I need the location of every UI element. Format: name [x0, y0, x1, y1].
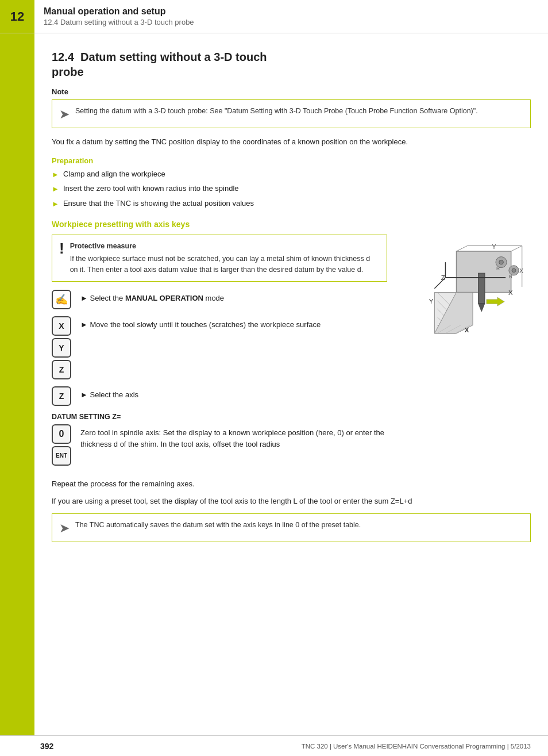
arrow-right-icon: ➤ — [59, 107, 70, 122]
warning-text: Protective measure If the workpiece surf… — [70, 241, 380, 275]
prep-item-2: ► Insert the zero tool with known radius… — [52, 183, 531, 195]
svg-text:R: R — [496, 266, 500, 272]
svg-text:Y: Y — [492, 244, 496, 251]
footer-right-text: TNC 320 | User's Manual HEIDENHAIN Conve… — [302, 743, 531, 750]
repeat-text: Repeat the process for the remaining axe… — [52, 478, 531, 490]
instruction-row-3: Z ► Select the axis — [52, 386, 387, 406]
svg-text:X: X — [519, 268, 523, 274]
section-title-text: Datum setting without a 3-D touchprobe — [52, 51, 267, 78]
datum-label: DATUM SETTING Z= — [52, 413, 387, 421]
svg-marker-11 — [487, 297, 504, 306]
instruction-row-2: X Y Z ► Move the tool slowly until it to… — [52, 316, 387, 379]
icon-col-datum: 0 ENT — [52, 424, 74, 466]
select-axis-text: Select the axis — [90, 390, 138, 399]
warning-title: Protective measure — [70, 241, 380, 252]
ent-btn: ENT — [52, 446, 71, 466]
final-info-text: The TNC automatically saves the datum se… — [75, 520, 361, 531]
header-main-title: Manual operation and setup — [44, 6, 194, 17]
svg-text:R: R — [509, 274, 512, 279]
bullet-arrow-2: ► — [52, 183, 59, 195]
page-layout: 12.4 Datum setting without a 3-D touchpr… — [0, 33, 548, 735]
page-footer: 392 TNC 320 | User's Manual HEIDENHAIN C… — [0, 735, 548, 756]
note-info-box: ➤ Setting the datum with a 3-D touch pro… — [52, 99, 531, 128]
datum-instruction-text: Zero tool in spindle axis: Set the displ… — [80, 424, 387, 450]
hand-btn-icon: ✍ — [52, 290, 71, 309]
header-text: Manual operation and setup 12.4 Datum se… — [34, 0, 203, 33]
prep-item-text-1: Clamp and align the workpiece — [63, 168, 165, 180]
final-info-box: ➤ The TNC automatically saves the datum … — [52, 513, 531, 542]
preparation-label: Preparation — [52, 156, 531, 165]
zero-btn: 0 — [52, 424, 71, 444]
body-text: You fix a datum by setting the TNC posit… — [52, 136, 531, 148]
axis-y-btn: Y — [52, 338, 71, 358]
instruction-text-1: ► Select the MANUAL OPERATION mode — [80, 290, 224, 304]
warning-exclamation-icon: ! — [59, 241, 64, 256]
prep-item-text-3: Ensure that the TNC is showing the actua… — [63, 198, 254, 209]
page-number: 392 — [40, 742, 53, 751]
svg-line-2 — [511, 246, 522, 252]
preparation-list: ► Clamp and align the workpiece ► Insert… — [52, 168, 531, 210]
technical-diagram: Z Y X Y X R R — [399, 240, 525, 355]
prep-item-text-2: Insert the zero tool with known radius i… — [63, 183, 239, 194]
header-sub-title: 12.4 Datum setting without a 3-D touch p… — [44, 18, 194, 26]
chapter-number: 12 — [0, 0, 34, 33]
icon-col-z2: Z — [52, 386, 74, 406]
two-col-layout: ! Protective measure If the workpiece su… — [52, 235, 531, 472]
svg-text:X: X — [508, 290, 513, 297]
col-left: ! Protective measure If the workpiece su… — [52, 235, 387, 472]
prep-item-3: ► Ensure that the TNC is showing the act… — [52, 198, 531, 210]
svg-text:X: X — [465, 327, 469, 333]
left-accent-bar — [0, 33, 34, 735]
svg-point-6 — [499, 260, 504, 265]
main-content: 12.4 Datum setting without a 3-D touchpr… — [34, 33, 548, 735]
axis-x-btn: X — [52, 316, 71, 336]
final-arrow-icon: ➤ — [59, 521, 70, 536]
axis-z2-btn: Z — [52, 386, 71, 406]
bullet-arrow-1: ► — [52, 169, 59, 181]
top-header: 12 Manual operation and setup 12.4 Datum… — [0, 0, 548, 33]
svg-line-1 — [456, 246, 467, 252]
warning-box: ! Protective measure If the workpiece su… — [52, 235, 387, 281]
workpiece-heading: Workpiece presetting with axis keys — [52, 220, 531, 229]
svg-point-8 — [512, 268, 516, 273]
manual-op-label: MANUAL OPERATION — [125, 294, 203, 302]
instruction-text-3: ► Select the axis — [80, 386, 138, 401]
bullet-arrow-3: ► — [52, 198, 59, 210]
section-title: 12.4 Datum setting without a 3-D touchpr… — [52, 49, 531, 79]
instruction-row-1: ✍ ► Select the MANUAL OPERATION mode — [52, 290, 387, 309]
warning-body: If the workpiece surface must not be scr… — [70, 255, 370, 274]
svg-text:Y: Y — [429, 298, 434, 305]
note-info-text: Setting the datum with a 3-D touch probe… — [75, 106, 478, 117]
col-right: Z Y X Y X R R — [399, 235, 531, 357]
svg-marker-10 — [478, 304, 485, 312]
instruction-text-2: ► Move the tool slowly until it touches … — [80, 316, 321, 331]
svg-line-15 — [434, 278, 445, 289]
note-label: Note — [52, 87, 531, 96]
icon-col-hand: ✍ — [52, 290, 74, 309]
datum-instruction-row: 0 ENT Zero tool in spindle axis: Set the… — [52, 424, 387, 466]
prep-item-1: ► Clamp and align the workpiece — [52, 168, 531, 181]
axis-z-btn: Z — [52, 360, 71, 379]
preset-text: If you are using a preset tool, set the … — [52, 496, 531, 508]
icon-col-xyz: X Y Z — [52, 316, 74, 379]
